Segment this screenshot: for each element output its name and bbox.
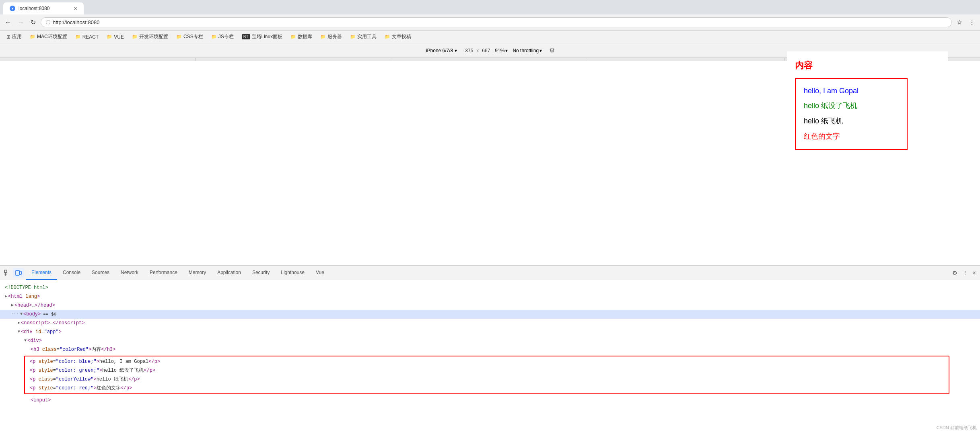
bookmark-react[interactable]: 📁 REACT [72, 33, 102, 41]
tab-close-button[interactable]: × [74, 5, 77, 12]
bookmark-db[interactable]: 📁 数据库 [287, 32, 315, 41]
devtools-settings-button[interactable]: ⚙ [950, 268, 960, 278]
bookmark-label: MAC环境配置 [37, 33, 67, 40]
folder-icon: 📁 [320, 34, 326, 39]
devtools-tabs: Elements Console Sources Network Perform… [24, 266, 950, 280]
dom-line-input[interactable]: <input> [0, 396, 980, 405]
tab-network[interactable]: Network [115, 266, 144, 280]
viewport-width: 375 [465, 48, 473, 53]
throttle-selector[interactable]: No throttling ▾ [513, 48, 542, 53]
bookmark-devenv[interactable]: 📁 开发环境配置 [129, 32, 171, 41]
device-name: iPhone 6/7/8 [426, 48, 453, 53]
tab-elements[interactable]: Elements [26, 266, 57, 280]
watermark: CSDN @前端纸飞机 [937, 425, 977, 431]
dom-line-p-yellow[interactable]: <p class = "colorYellow" > hello 纸飞机 </p… [27, 375, 947, 384]
para-black: hello 纸飞机 [804, 116, 899, 126]
content-bordered-box: hello, I am Gopal hello 纸没了飞机 hello 纸飞机 … [795, 78, 908, 150]
chevron-down-icon: ▾ [455, 48, 457, 53]
devtools-close-button[interactable]: × [970, 268, 978, 278]
tab-bar: ● localhost:8080 × [0, 0, 980, 14]
folder-icon: 📁 [350, 34, 356, 39]
more-options-button[interactable]: ⚙ [547, 45, 557, 56]
url-display: http://localhost:8080 [53, 19, 99, 25]
browser-viewport: iPhone 6/7/8 ▾ 375 x 667 91% ▾ No thrott… [0, 43, 980, 265]
dom-line-div-inner[interactable]: ▼ <div> [0, 336, 980, 345]
dom-line-h3[interactable]: <h3 class = "colorRed" > 内容 </h3> [0, 345, 980, 354]
dom-line-doctype[interactable]: <!DOCTYPE html> [0, 283, 980, 292]
reload-button[interactable]: ↻ [29, 18, 37, 27]
bookmark-article[interactable]: 📁 文章投稿 [381, 32, 414, 41]
resize-segment-1 [0, 58, 196, 61]
bookmark-label: 文章投稿 [392, 33, 411, 40]
dom-line-div-app[interactable]: ▼ <div id = "app" > [0, 328, 980, 336]
bookmark-mac[interactable]: 📁 MAC环境配置 [27, 32, 70, 41]
dom-line-noscript[interactable]: ▶ <noscript> … </noscript> [0, 319, 980, 328]
folder-icon: 📁 [176, 34, 182, 39]
bookmark-label: 应用 [12, 33, 22, 40]
dom-line-p-blue[interactable]: <p style = "color: blue;" > hello, I am … [27, 357, 947, 366]
devtools-more-button[interactable]: ⋮ [960, 268, 970, 278]
bookmark-label: JS专栏 [218, 33, 234, 40]
dom-line-p-green[interactable]: <p style = "color: green;" > hello 纸没了飞机… [27, 366, 947, 375]
folder-icon: 📁 [30, 34, 35, 39]
viewport-height: 667 [482, 48, 490, 53]
tab-performance[interactable]: Performance [144, 266, 183, 280]
zoom-selector[interactable]: 91% ▾ [495, 48, 508, 53]
dom-line-p-red[interactable]: <p style = "color: red;" > 红色的文字 </p> [27, 384, 947, 393]
bookmark-js[interactable]: 📁 JS专栏 [208, 32, 237, 41]
tab-vue[interactable]: Vue [310, 266, 330, 280]
menu-button[interactable]: ⋮ [967, 18, 977, 27]
bookmark-apps[interactable]: ⊞ 应用 [3, 32, 25, 41]
tab-console[interactable]: Console [57, 266, 86, 280]
back-button[interactable]: ← [3, 18, 13, 27]
folder-icon: 📁 [75, 34, 81, 39]
tab-security[interactable]: Security [247, 266, 275, 280]
dom-highlight-block: <p style = "color: blue;" > hello, I am … [24, 356, 949, 394]
bookmark-server[interactable]: 📁 服务器 [317, 32, 345, 41]
devtools-panel: Elements Console Sources Network Perform… [0, 265, 980, 434]
apps-grid-icon: ⊞ [6, 34, 10, 40]
folder-icon: 📁 [132, 34, 138, 39]
device-mode-button[interactable] [13, 268, 24, 278]
bookmark-label: 数据库 [298, 33, 312, 40]
expand-icon[interactable]: ▶ [18, 319, 20, 327]
browser-chrome: ● localhost:8080 × ← → ↻ ⓘ http://localh… [0, 0, 980, 43]
bookmark-label: VUE [114, 34, 124, 40]
dom-panel: <!DOCTYPE html> ▶ <html lang > ▶ <head> … [0, 280, 980, 434]
forward-button[interactable]: → [16, 18, 26, 27]
device-selector[interactable]: iPhone 6/7/8 ▾ [423, 47, 460, 55]
bookmark-vue[interactable]: 📁 VUE [103, 33, 127, 41]
bookmark-label: 服务器 [327, 33, 342, 40]
expand-icon[interactable]: ▶ [5, 293, 7, 301]
svg-rect-3 [16, 270, 19, 275]
browser-tab[interactable]: ● localhost:8080 × [3, 2, 84, 14]
bookmark-button[interactable]: ☆ [955, 18, 964, 27]
inspect-element-button[interactable] [2, 268, 13, 278]
throttle-label: No throttling [513, 48, 539, 53]
bookmark-tools[interactable]: 📁 实用工具 [347, 32, 380, 41]
folder-icon: 📁 [385, 34, 390, 39]
bookmark-bt[interactable]: BT 宝塔Linux面板 [239, 32, 286, 41]
tab-title: localhost:8080 [19, 6, 49, 11]
expand-icon[interactable]: ▶ [11, 301, 14, 309]
tab-memory[interactable]: Memory [183, 266, 212, 280]
dom-line-head[interactable]: ▶ <head> … </head> [0, 301, 980, 310]
resize-segment-4 [588, 58, 784, 61]
expand-icon[interactable]: ▼ [18, 328, 20, 336]
dom-line-body[interactable]: ··· ▼ <body> == $0 [0, 310, 980, 319]
address-bar[interactable]: ⓘ http://localhost:8080 [41, 17, 952, 27]
svg-rect-0 [4, 270, 7, 272]
chevron-down-icon: ▾ [505, 48, 508, 53]
dom-line-html[interactable]: ▶ <html lang > [0, 292, 980, 301]
expand-icon[interactable]: ▼ [20, 310, 23, 318]
tab-application[interactable]: Application [212, 266, 247, 280]
tab-lighthouse[interactable]: Lighthouse [275, 266, 310, 280]
folder-icon: 📁 [211, 34, 217, 39]
expand-icon[interactable]: ▼ [24, 337, 27, 345]
bookmark-css[interactable]: 📁 CSS专栏 [173, 32, 206, 41]
folder-icon: 📁 [107, 34, 112, 39]
tab-sources[interactable]: Sources [86, 266, 115, 280]
bookmark-label: 宝塔Linux面板 [252, 33, 283, 40]
para-green: hello 纸没了飞机 [804, 101, 899, 111]
security-icon: ⓘ [46, 19, 50, 25]
